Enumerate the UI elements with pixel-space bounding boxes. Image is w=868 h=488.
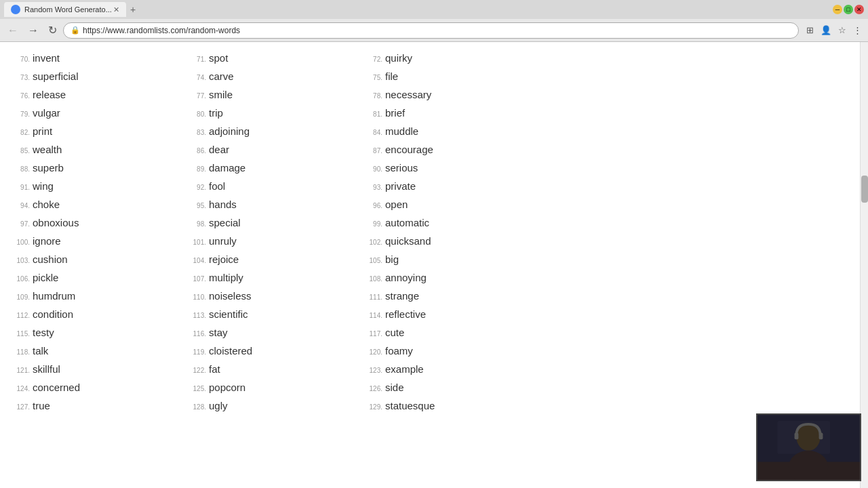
word-item: 122.fat [190, 360, 366, 378]
word-number: 85. [15, 147, 30, 155]
forward-button[interactable]: → [24, 23, 42, 38]
word-item: 99.automatic [366, 214, 542, 232]
word-number: 129. [368, 403, 382, 411]
word-text: rejoice [209, 253, 239, 265]
word-text: stay [209, 327, 228, 338]
word-text: invent [33, 52, 60, 64]
word-text: superficial [33, 70, 79, 82]
word-text: testy [33, 327, 54, 338]
navigation-bar: ← → ↻ 🔒 https://www.randomlists.com/rand… [0, 19, 868, 42]
word-item: 95.hands [190, 195, 366, 214]
word-number: 125. [191, 385, 206, 392]
word-text: open [385, 199, 408, 210]
word-text: dear [209, 144, 229, 155]
extensions-icon[interactable]: ⊞ [804, 24, 816, 37]
word-number: 93. [368, 184, 382, 191]
word-item: 80.trip [190, 104, 366, 122]
word-text: concerned [33, 382, 80, 393]
word-item: 82.print [14, 122, 190, 140]
word-number: 123. [368, 367, 382, 374]
word-item: 115.testy [14, 323, 190, 342]
word-number: 109. [15, 293, 30, 301]
close-button[interactable]: ✕ [854, 5, 864, 14]
maximize-button[interactable]: □ [844, 5, 853, 14]
word-number: 87. [368, 147, 382, 155]
word-text: big [385, 253, 399, 265]
word-text: cute [385, 327, 404, 338]
word-item: 85.wealth [14, 140, 190, 159]
word-text: fat [209, 363, 220, 375]
profile-icon[interactable]: 👤 [818, 24, 833, 37]
webcam-video [757, 415, 860, 480]
word-number: 116. [191, 330, 206, 338]
word-number: 75. [368, 74, 382, 81]
word-number: 102. [368, 239, 382, 246]
bookmark-icon[interactable]: ☆ [836, 24, 848, 37]
word-item: 128.ugly [190, 396, 366, 415]
word-number: 115. [15, 330, 30, 338]
word-text: wealth [33, 144, 62, 155]
word-text: humdrum [33, 290, 75, 302]
word-number: 99. [368, 220, 382, 228]
word-number: 73. [15, 74, 30, 81]
word-number: 112. [15, 312, 30, 319]
word-text: talk [33, 345, 48, 357]
minimize-button[interactable]: ─ [833, 5, 842, 14]
word-item: 92.fool [190, 177, 366, 195]
word-item: 73.superficial [14, 67, 190, 85]
word-item: 87.encourage [366, 140, 542, 159]
word-number: 107. [191, 275, 206, 283]
word-item: 72.quirky [366, 49, 542, 67]
word-number: 119. [191, 348, 206, 356]
word-item: 103.cushion [14, 250, 190, 268]
word-text: ugly [209, 400, 228, 411]
words-grid: 70.invent71.spot72.quirky73.superficial7… [14, 49, 846, 415]
word-number: 74. [191, 74, 206, 81]
word-number: 71. [191, 56, 206, 63]
word-item: 104.rejoice [190, 250, 366, 268]
word-text: trip [209, 107, 223, 119]
word-number: 86. [191, 147, 206, 155]
browser-window: Random Word Generato... ✕ + ─ □ ✕ ← → ↻ … [0, 0, 868, 488]
word-text: special [209, 217, 241, 228]
word-text: file [385, 70, 398, 82]
webcam-overlay [756, 413, 861, 481]
word-number: 79. [15, 110, 30, 118]
word-number: 81. [368, 110, 382, 118]
address-bar[interactable]: 🔒 https://www.randomlists.com/random-wor… [63, 22, 799, 39]
new-tab-button[interactable]: + [126, 3, 140, 16]
word-number: 110. [191, 293, 206, 301]
tab-close-button[interactable]: ✕ [113, 5, 119, 14]
word-number: 98. [191, 220, 206, 228]
word-item: 88.superb [14, 159, 190, 177]
word-text: adjoining [209, 125, 250, 137]
word-item: 89.damage [190, 159, 366, 177]
word-item: 86.dear [190, 140, 366, 159]
word-text: encourage [385, 144, 433, 155]
word-item: 91.wing [14, 177, 190, 195]
scrollbar-thumb[interactable] [861, 176, 868, 203]
menu-icon[interactable]: ⋮ [851, 24, 864, 37]
word-number: 82. [15, 129, 30, 136]
word-item: 124.concerned [14, 378, 190, 396]
word-item: 78.necessary [366, 85, 542, 104]
word-text: scientific [209, 308, 248, 320]
window-controls: ─ □ ✕ [833, 5, 864, 14]
word-number: 111. [368, 293, 382, 301]
word-text: muddle [385, 125, 418, 137]
word-number: 114. [368, 312, 382, 319]
tab-title: Random Word Generato... [24, 5, 112, 14]
word-number: 89. [191, 165, 206, 173]
active-tab[interactable]: Random Word Generato... ✕ [4, 2, 126, 17]
back-button[interactable]: ← [4, 23, 22, 38]
word-number: 103. [15, 257, 30, 264]
word-number: 94. [15, 202, 30, 209]
ssl-lock-icon: 🔒 [71, 26, 80, 35]
words-main-content: 70.invent71.spot72.quirky73.superficial7… [0, 42, 860, 488]
reload-button[interactable]: ↻ [45, 22, 60, 38]
word-number: 101. [191, 239, 206, 246]
word-number: 90. [368, 165, 382, 173]
word-number: 128. [191, 403, 206, 411]
word-item: 96.open [366, 195, 542, 214]
word-item: 79.vulgar [14, 104, 190, 122]
